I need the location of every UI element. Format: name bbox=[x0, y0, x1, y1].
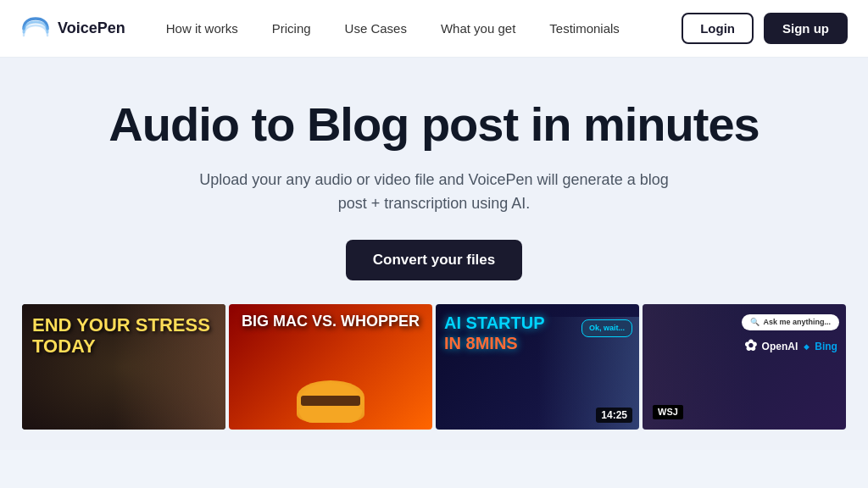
signup-button[interactable]: Sign up bbox=[764, 13, 848, 44]
nav-link-pricing[interactable]: Pricing bbox=[259, 14, 325, 42]
thumbnail-ai[interactable]: AI STARTUPIn 8mins Ok, wait... 14:25 bbox=[436, 304, 639, 430]
hero-subtitle: Upload your any audio or video file and … bbox=[197, 168, 671, 217]
burger-layer bbox=[301, 396, 360, 406]
search-icon: 🔍 bbox=[750, 318, 760, 327]
nav-link-testimonials[interactable]: Testimonials bbox=[536, 14, 633, 42]
thumb-ai-title: AI STARTUPIn 8mins bbox=[444, 313, 545, 353]
thumbnail-bigmac[interactable]: BIG MAC VS. WHOPPER bbox=[229, 304, 432, 430]
thumb-wsj-badge: WSJ bbox=[653, 405, 683, 419]
thumb-wsj-ask-bar: 🔍 Ask me anything... bbox=[742, 314, 839, 330]
nav-link-how-it-works[interactable]: How it works bbox=[153, 14, 252, 42]
thumb-ai-chat: Ok, wait... bbox=[581, 319, 632, 337]
openai-logos: ✿ OpenAI ⬥ Bing bbox=[742, 337, 839, 356]
voicepen-logo-icon bbox=[20, 14, 51, 44]
burger-bottom bbox=[299, 409, 363, 423]
thumb-stress-title: END YOUR STRESS TODAY bbox=[32, 314, 225, 358]
thumb-ai-timer: 14:25 bbox=[596, 408, 632, 423]
hero-section: Audio to Blog post in minutes Upload you… bbox=[0, 58, 868, 450]
thumbnail-wsj[interactable]: 🔍 Ask me anything... ✿ OpenAI ⬥ Bing WSJ bbox=[643, 304, 846, 430]
nav-link-what-you-get[interactable]: What you get bbox=[427, 14, 529, 42]
thumbnail-stress[interactable]: END YOUR STRESS TODAY bbox=[22, 304, 225, 430]
logo-link[interactable]: VoicePen bbox=[20, 14, 125, 44]
openai-label: OpenAI bbox=[762, 341, 798, 352]
cta-button[interactable]: Convert your files bbox=[346, 240, 523, 280]
navbar: VoicePen How it works Pricing Use Cases … bbox=[0, 0, 868, 58]
nav-actions: Login Sign up bbox=[682, 13, 848, 44]
thumb-bigmac-title: BIG MAC VS. WHOPPER bbox=[237, 313, 424, 331]
ask-bar-text: Ask me anything... bbox=[763, 318, 831, 327]
nav-link-use-cases[interactable]: Use Cases bbox=[331, 14, 420, 42]
thumbnails-row: END YOUR STRESS TODAY BIG MAC VS. WHOPPE… bbox=[20, 304, 848, 430]
login-button[interactable]: Login bbox=[682, 13, 754, 44]
nav-links: How it works Pricing Use Cases What you … bbox=[153, 14, 682, 42]
logo-text: VoicePen bbox=[58, 19, 125, 37]
bing-label: Bing bbox=[815, 341, 837, 352]
thumb-wsj-openai-area: 🔍 Ask me anything... ✿ OpenAI ⬥ Bing bbox=[742, 314, 839, 355]
hero-title: Audio to Blog post in minutes bbox=[20, 98, 848, 151]
